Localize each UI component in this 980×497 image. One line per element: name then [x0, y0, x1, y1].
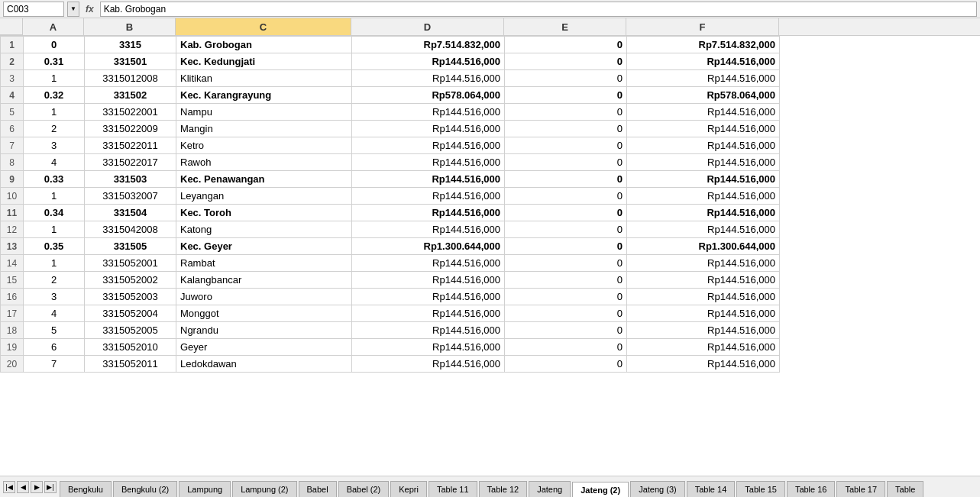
cell-b-3[interactable]: 3315012008: [85, 70, 176, 87]
cell-b-9[interactable]: 331503: [85, 171, 176, 188]
cell-b-1[interactable]: 3315: [85, 37, 176, 53]
cell-c-12[interactable]: Katong: [176, 221, 352, 238]
cell-a-11[interactable]: 0.34: [24, 205, 85, 221]
cell-c-20[interactable]: Ledokdawan: [176, 356, 352, 373]
col-header-b[interactable]: B: [84, 18, 176, 35]
cell-b-13[interactable]: 331505: [85, 238, 176, 255]
cell-e-2[interactable]: 0: [505, 53, 627, 70]
cell-e-11[interactable]: 0: [505, 205, 627, 221]
cell-d-17[interactable]: Rp144.516,000: [352, 305, 505, 322]
sheet-tab-bengkulu--2-[interactable]: Bengkulu (2): [113, 481, 177, 498]
cell-d-14[interactable]: Rp144.516,000: [352, 255, 505, 272]
cell-b-10[interactable]: 3315032007: [85, 188, 176, 205]
cell-a-10[interactable]: 1: [24, 188, 85, 205]
cell-c-8[interactable]: Rawoh: [176, 154, 352, 171]
cell-f-8[interactable]: Rp144.516,000: [627, 154, 780, 171]
sheet-tab-lampung[interactable]: Lampung: [179, 481, 231, 498]
cell-c-15[interactable]: Kalangbancar: [176, 272, 352, 289]
cell-f-3[interactable]: Rp144.516,000: [627, 70, 780, 87]
cell-d-1[interactable]: Rp7.514.832,000: [352, 37, 505, 53]
cell-e-17[interactable]: 0: [505, 305, 627, 322]
sheet-tab-jateng--2-[interactable]: Jateng (2): [572, 482, 629, 498]
cell-f-19[interactable]: Rp144.516,000: [627, 339, 780, 356]
cell-d-10[interactable]: Rp144.516,000: [352, 188, 505, 205]
cell-c-7[interactable]: Ketro: [176, 137, 352, 154]
cell-b-20[interactable]: 3315052011: [85, 356, 176, 373]
cell-a-8[interactable]: 4: [24, 154, 85, 171]
cell-d-20[interactable]: Rp144.516,000: [352, 356, 505, 373]
sheet-tab-babel[interactable]: Babel: [299, 481, 337, 498]
col-header-f[interactable]: F: [626, 18, 779, 35]
cell-e-8[interactable]: 0: [505, 154, 627, 171]
tab-nav-next[interactable]: ▶: [31, 481, 43, 493]
cell-e-3[interactable]: 0: [505, 70, 627, 87]
cell-a-14[interactable]: 1: [24, 255, 85, 272]
cell-a-13[interactable]: 0.35: [24, 238, 85, 255]
cell-c-13[interactable]: Kec. Geyer: [176, 238, 352, 255]
cell-b-16[interactable]: 3315052003: [85, 289, 176, 305]
tab-nav-last[interactable]: ▶|: [44, 481, 57, 493]
cell-f-7[interactable]: Rp144.516,000: [627, 137, 780, 154]
cell-f-11[interactable]: Rp144.516,000: [627, 205, 780, 221]
cell-d-11[interactable]: Rp144.516,000: [352, 205, 505, 221]
cell-c-14[interactable]: Rambat: [176, 255, 352, 272]
cell-e-12[interactable]: 0: [505, 221, 627, 238]
cell-c-19[interactable]: Geyer: [176, 339, 352, 356]
cell-f-10[interactable]: Rp144.516,000: [627, 188, 780, 205]
cell-e-14[interactable]: 0: [505, 255, 627, 272]
cell-d-7[interactable]: Rp144.516,000: [352, 137, 505, 154]
cell-d-4[interactable]: Rp578.064,000: [352, 87, 505, 104]
cell-a-12[interactable]: 1: [24, 221, 85, 238]
cell-d-9[interactable]: Rp144.516,000: [352, 171, 505, 188]
cell-c-1[interactable]: Kab. Grobogan: [176, 37, 352, 53]
cell-d-2[interactable]: Rp144.516,000: [352, 53, 505, 70]
cell-f-16[interactable]: Rp144.516,000: [627, 289, 780, 305]
name-box[interactable]: C003: [3, 2, 64, 17]
cell-e-9[interactable]: 0: [505, 171, 627, 188]
sheet-tab-kepri[interactable]: Kepri: [390, 481, 427, 498]
cell-f-18[interactable]: Rp144.516,000: [627, 322, 780, 339]
sheet-tab-table[interactable]: Table: [887, 481, 923, 498]
sheet-tab-lampung--2-[interactable]: Lampung (2): [232, 481, 296, 498]
cell-c-9[interactable]: Kec. Penawangan: [176, 171, 352, 188]
cell-b-15[interactable]: 3315052002: [85, 272, 176, 289]
sheet-tab-table-16[interactable]: Table 16: [787, 481, 836, 498]
cell-c-18[interactable]: Ngrandu: [176, 322, 352, 339]
cell-a-1[interactable]: 0: [24, 37, 85, 53]
cell-c-5[interactable]: Nampu: [176, 104, 352, 121]
tab-nav-prev[interactable]: ◀: [17, 481, 29, 493]
cell-c-17[interactable]: Monggot: [176, 305, 352, 322]
cell-f-13[interactable]: Rp1.300.644,000: [627, 238, 780, 255]
cell-b-4[interactable]: 331502: [85, 87, 176, 104]
cell-d-18[interactable]: Rp144.516,000: [352, 322, 505, 339]
cell-e-7[interactable]: 0: [505, 137, 627, 154]
cell-c-11[interactable]: Kec. Toroh: [176, 205, 352, 221]
formula-input[interactable]: Kab. Grobogan: [100, 2, 977, 17]
cell-f-6[interactable]: Rp144.516,000: [627, 121, 780, 137]
cell-a-6[interactable]: 2: [24, 121, 85, 137]
cell-c-16[interactable]: Juworo: [176, 289, 352, 305]
sheet-tab-babel--2-[interactable]: Babel (2): [338, 481, 390, 498]
cell-e-16[interactable]: 0: [505, 289, 627, 305]
cell-b-5[interactable]: 3315022001: [85, 104, 176, 121]
cell-b-2[interactable]: 331501: [85, 53, 176, 70]
cell-e-18[interactable]: 0: [505, 322, 627, 339]
name-box-dropdown[interactable]: ▼: [67, 2, 79, 17]
cell-d-5[interactable]: Rp144.516,000: [352, 104, 505, 121]
cell-f-20[interactable]: Rp144.516,000: [627, 356, 780, 373]
col-header-d[interactable]: D: [351, 18, 504, 35]
cell-b-7[interactable]: 3315022011: [85, 137, 176, 154]
cell-b-17[interactable]: 3315052004: [85, 305, 176, 322]
sheet-tab-table-11[interactable]: Table 11: [429, 481, 477, 498]
sheet-tab-jateng--3-[interactable]: Jateng (3): [630, 481, 685, 498]
col-header-c[interactable]: C: [176, 18, 351, 35]
cell-d-13[interactable]: Rp1.300.644,000: [352, 238, 505, 255]
col-header-a[interactable]: A: [23, 18, 84, 35]
cell-b-6[interactable]: 3315022009: [85, 121, 176, 137]
cell-a-9[interactable]: 0.33: [24, 171, 85, 188]
cell-f-12[interactable]: Rp144.516,000: [627, 221, 780, 238]
cell-a-2[interactable]: 0.31: [24, 53, 85, 70]
cell-f-5[interactable]: Rp144.516,000: [627, 104, 780, 121]
cell-b-19[interactable]: 3315052010: [85, 339, 176, 356]
cell-c-6[interactable]: Mangin: [176, 121, 352, 137]
